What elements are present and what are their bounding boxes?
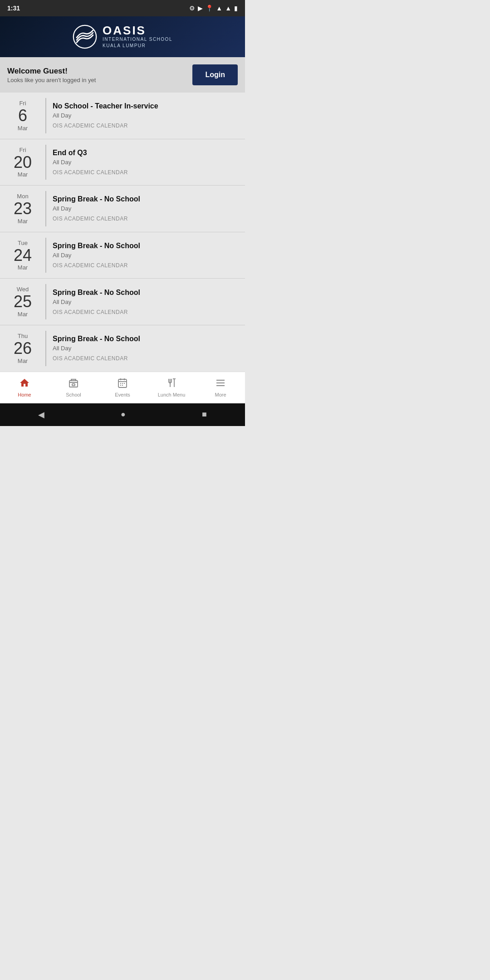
status-bar: 1:31 ⚙ ▶ 📍 ▲ ▲ ▮ [0,0,245,16]
event-calendar: OIS ACADEMIC CALENDAR [53,355,239,362]
event-calendar: OIS ACADEMIC CALENDAR [53,262,239,269]
logo-container: OASIS INTERNATIONAL SCHOOL KUALA LUMPUR [73,24,172,49]
home-nav-icon [19,377,30,390]
status-icons: ⚙ ▶ 📍 ▲ ▲ ▮ [189,5,238,12]
day-name: Fri [19,100,26,107]
school-nav-label: School [66,392,81,397]
event-time: All Day [53,345,239,352]
month-name: Mar [18,358,28,364]
event-title: Spring Break - No School [53,335,239,343]
app-header: OASIS INTERNATIONAL SCHOOL KUALA LUMPUR [0,16,245,57]
event-time: All Day [53,205,239,212]
day-name: Fri [19,147,26,153]
status-time: 1:31 [7,5,20,12]
event-calendar: OIS ACADEMIC CALENDAR [53,309,239,315]
day-number: 26 [14,339,32,358]
school-subtitle1: INTERNATIONAL SCHOOL [103,36,172,43]
nav-item-lunch[interactable]: Lunch Menu [147,374,196,401]
month-name: Mar [18,311,28,318]
calendar-item[interactable]: Wed 25 Mar Spring Break - No School All … [0,279,245,325]
event-title: Spring Break - No School [53,242,239,250]
event-column: End of Q3 All Day OIS ACADEMIC CALENDAR [46,139,245,186]
events-icon [117,377,128,388]
nav-item-home[interactable]: Home [0,374,49,401]
day-number: 6 [18,107,27,125]
event-column: Spring Break - No School All Day OIS ACA… [46,279,245,325]
nav-item-events[interactable]: Events [98,374,147,401]
lunch-icon [166,377,177,388]
day-name: Mon [17,193,28,200]
event-calendar: OIS ACADEMIC CALENDAR [53,216,239,222]
more-icon [215,377,226,388]
date-column: Fri 20 Mar [0,139,45,186]
event-calendar: OIS ACADEMIC CALENDAR [53,169,239,176]
event-column: No School - Teacher In-service All Day O… [46,93,245,139]
signal-icon: ▲ [225,5,231,12]
month-name: Mar [18,218,28,225]
event-time: All Day [53,159,239,166]
lunch-nav-label: Lunch Menu [158,392,186,397]
battery-icon: ▮ [234,5,238,12]
event-column: Spring Break - No School All Day OIS ACA… [46,232,245,279]
day-name: Thu [18,333,28,339]
welcome-subtitle: Looks like you aren't logged in yet [7,77,96,83]
school-nav-icon [68,377,79,390]
welcome-title: Welcome Guest! [7,67,96,76]
school-subtitle2: KUALA LUMPUR [103,43,172,49]
day-name: Tue [18,240,28,246]
calendar-item[interactable]: Fri 6 Mar No School - Teacher In-service… [0,93,245,139]
day-number: 24 [14,246,32,265]
lunch-nav-icon [166,377,177,390]
event-time: All Day [53,252,239,259]
welcome-banner: Welcome Guest! Looks like you aren't log… [0,57,245,93]
day-number: 25 [14,293,32,311]
day-name: Wed [17,286,29,293]
location-icon: 📍 [206,5,213,12]
day-number: 23 [14,200,32,218]
settings-icon: ⚙ [189,5,195,12]
logo-text: OASIS INTERNATIONAL SCHOOL KUALA LUMPUR [103,24,172,49]
calendar-list: Fri 6 Mar No School - Teacher In-service… [0,93,245,372]
date-column: Tue 24 Mar [0,232,45,279]
month-name: Mar [18,171,28,178]
events-nav-label: Events [115,392,130,397]
school-icon [68,377,79,388]
more-nav-icon [215,377,226,390]
home-button[interactable]: ● [121,410,126,419]
bottom-nav: Home School Events Lunch Menu More [0,372,245,403]
play-icon: ▶ [198,5,203,12]
event-title: Spring Break - No School [53,289,239,297]
school-logo-icon [73,24,97,49]
event-title: End of Q3 [53,149,239,157]
events-nav-icon [117,377,128,390]
home-nav-label: Home [18,392,31,397]
nav-item-school[interactable]: School [49,374,98,401]
event-time: All Day [53,112,239,119]
calendar-item[interactable]: Thu 26 Mar Spring Break - No School All … [0,325,245,372]
date-column: Fri 6 Mar [0,93,45,139]
date-column: Thu 26 Mar [0,325,45,372]
school-name: OASIS [103,24,172,36]
welcome-text: Welcome Guest! Looks like you aren't log… [7,67,96,83]
event-time: All Day [53,299,239,305]
date-column: Wed 25 Mar [0,279,45,325]
recents-button[interactable]: ■ [202,410,207,419]
event-calendar: OIS ACADEMIC CALENDAR [53,122,239,129]
android-nav-bar: ◀ ● ■ [0,403,245,426]
calendar-item[interactable]: Mon 23 Mar Spring Break - No School All … [0,186,245,232]
event-column: Spring Break - No School All Day OIS ACA… [46,186,245,232]
month-name: Mar [18,264,28,271]
nav-item-more[interactable]: More [196,374,245,401]
event-title: No School - Teacher In-service [53,102,239,110]
calendar-item[interactable]: Fri 20 Mar End of Q3 All Day OIS ACADEMI… [0,139,245,186]
event-title: Spring Break - No School [53,195,239,203]
wifi-icon: ▲ [216,5,222,12]
date-column: Mon 23 Mar [0,186,45,232]
login-button[interactable]: Login [192,64,238,85]
calendar-item[interactable]: Tue 24 Mar Spring Break - No School All … [0,232,245,279]
day-number: 20 [14,153,32,172]
month-name: Mar [18,125,28,132]
back-button[interactable]: ◀ [38,410,44,420]
home-icon [19,377,30,388]
more-nav-label: More [215,392,226,397]
